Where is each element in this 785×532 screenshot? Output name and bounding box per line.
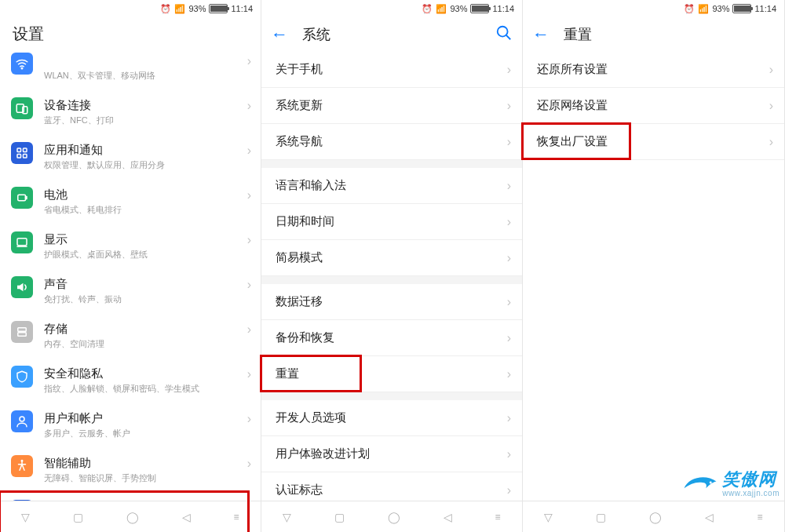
system-row[interactable]: 简易模式› xyxy=(261,240,522,276)
row-title: 存储 xyxy=(44,321,243,337)
status-bar: ⏰ 📶 93% 11:14 xyxy=(0,0,261,17)
row-subtitle: 指纹、人脸解锁、锁屏和密码、学生模式 xyxy=(44,383,243,395)
nav-menu-icon[interactable]: ≡ xyxy=(234,512,239,523)
reset-row[interactable]: 还原所有设置› xyxy=(523,52,784,88)
system-row[interactable]: 系统更新› xyxy=(261,88,522,124)
system-row[interactable]: 日期和时间› xyxy=(261,204,522,240)
row-label: 语言和输入法 xyxy=(276,178,346,193)
system-row[interactable]: 开发人员选项› xyxy=(261,400,522,436)
nav-menu-icon[interactable]: ≡ xyxy=(495,512,501,523)
nav-expand-icon[interactable]: ▽ xyxy=(283,511,291,523)
shark-logo-icon xyxy=(683,471,717,497)
accessibility-icon xyxy=(11,455,33,477)
nav-recent-icon[interactable]: ▢ xyxy=(596,511,606,523)
nav-menu-icon[interactable]: ≡ xyxy=(757,512,762,523)
chevron-right-icon: › xyxy=(247,322,251,337)
user-icon xyxy=(11,410,33,432)
system-row[interactable]: 备份和恢复› xyxy=(261,320,522,356)
battery-percent: 93% xyxy=(450,4,467,13)
apps-icon xyxy=(11,142,33,164)
wifi-icon xyxy=(11,53,33,75)
system-row[interactable]: 语言和输入法› xyxy=(261,168,522,204)
phone-panel-settings: ⏰ 📶 93% 11:14 设置 —WLAN、双卡管理、移动网络›设备连接蓝牙、… xyxy=(0,0,261,532)
settings-row[interactable]: 应用和通知权限管理、默认应用、应用分身› xyxy=(0,134,261,179)
page-title: 重置 xyxy=(564,25,775,44)
back-icon[interactable]: ← xyxy=(271,26,288,43)
watermark-url: www.xajjn.com xyxy=(722,490,780,497)
svg-rect-11 xyxy=(18,328,27,332)
row-label: 认证标志 xyxy=(276,483,323,497)
header-bar: ← 重置 xyxy=(523,17,784,52)
chevron-right-icon: › xyxy=(247,457,251,471)
chevron-right-icon: › xyxy=(507,447,511,461)
settings-row[interactable]: 存储内存、空间清理› xyxy=(0,313,261,358)
settings-row[interactable]: 用户和帐户多用户、云服务、帐户› xyxy=(0,403,261,447)
chevron-right-icon: › xyxy=(507,63,511,77)
nav-expand-icon[interactable]: ▽ xyxy=(21,511,30,523)
signal-icon: 📶 xyxy=(436,5,447,13)
system-row[interactable]: 用户体验改进计划› xyxy=(261,436,522,472)
nav-back-icon[interactable]: ◁ xyxy=(444,511,452,523)
row-title: 电池 xyxy=(44,187,243,202)
chevron-right-icon: › xyxy=(507,483,511,497)
alarm-icon: ⏰ xyxy=(160,5,171,13)
chevron-right-icon: › xyxy=(507,251,511,265)
chevron-right-icon: › xyxy=(507,179,511,193)
row-label: 数据迁移 xyxy=(276,294,323,309)
nav-home-icon[interactable]: ◯ xyxy=(649,511,662,523)
display-icon xyxy=(11,231,33,253)
security-icon xyxy=(11,366,33,388)
device-link-icon xyxy=(11,97,33,119)
chevron-right-icon: › xyxy=(507,367,511,381)
system-row[interactable]: 系统导航› xyxy=(261,124,522,160)
nav-recent-icon[interactable]: ▢ xyxy=(334,511,345,523)
row-label: 还原所有设置 xyxy=(537,62,608,77)
reset-row[interactable]: 还原网络设置› xyxy=(523,88,784,124)
row-subtitle: WLAN、双卡管理、移动网络 xyxy=(44,70,243,82)
row-label: 系统导航 xyxy=(276,134,323,149)
nav-back-icon[interactable]: ◁ xyxy=(705,511,714,523)
battery-icon xyxy=(732,4,751,13)
nav-back-icon[interactable]: ◁ xyxy=(182,511,191,523)
nav-recent-icon[interactable]: ▢ xyxy=(73,511,83,523)
chevron-right-icon: › xyxy=(247,144,251,158)
search-icon[interactable] xyxy=(495,24,513,46)
chevron-right-icon: › xyxy=(507,135,511,149)
chevron-right-icon: › xyxy=(247,278,251,292)
svg-point-0 xyxy=(21,67,23,69)
reset-row[interactable]: 恢复出厂设置› xyxy=(523,124,784,160)
system-row[interactable]: 关于手机› xyxy=(261,52,522,88)
row-subtitle: 无障碍、智能识屏、手势控制 xyxy=(44,472,243,484)
nav-expand-icon[interactable]: ▽ xyxy=(544,511,553,523)
row-label: 用户体验改进计划 xyxy=(276,446,370,461)
nav-home-icon[interactable]: ◯ xyxy=(388,511,400,523)
row-subtitle: 权限管理、默认应用、应用分身 xyxy=(44,159,243,171)
battery-icon xyxy=(470,4,489,13)
svg-rect-6 xyxy=(24,155,27,159)
nav-home-icon[interactable]: ◯ xyxy=(126,511,139,523)
back-icon[interactable]: ← xyxy=(532,26,550,43)
settings-row[interactable]: 声音免打扰、铃声、振动› xyxy=(0,268,261,313)
settings-row[interactable]: 智能辅助无障碍、智能识屏、手势控制› xyxy=(0,447,261,492)
watermark: 笑傲网 www.xajjn.com xyxy=(683,471,780,497)
svg-rect-5 xyxy=(17,155,21,159)
settings-row[interactable]: 显示护眼模式、桌面风格、壁纸› xyxy=(0,224,261,268)
settings-row[interactable]: 安全和隐私指纹、人脸解锁、锁屏和密码、学生模式› xyxy=(0,358,261,403)
chevron-right-icon: › xyxy=(769,135,773,149)
svg-point-17 xyxy=(498,26,508,36)
system-row[interactable]: 数据迁移› xyxy=(261,284,522,320)
alarm-icon: ⏰ xyxy=(422,5,433,13)
settings-row[interactable]: 电池省电模式、耗电排行› xyxy=(0,179,261,224)
header-bar: ← 系统 xyxy=(261,17,522,52)
settings-row[interactable]: —WLAN、双卡管理、移动网络› xyxy=(0,53,261,89)
chevron-right-icon: › xyxy=(769,99,773,113)
system-row[interactable]: 重置› xyxy=(261,356,522,392)
battery-icon xyxy=(209,4,228,13)
row-subtitle: 省电模式、耗电排行 xyxy=(44,204,243,216)
page-title: 系统 xyxy=(302,25,495,44)
status-bar: ⏰ 📶 93% 11:14 xyxy=(261,0,522,17)
row-label: 重置 xyxy=(276,366,299,381)
settings-row[interactable]: 设备连接蓝牙、NFC、打印› xyxy=(0,89,261,134)
phone-panel-reset: ⏰ 📶 93% 11:14 ← 重置 还原所有设置›还原网络设置›恢复出厂设置›… xyxy=(523,0,785,532)
alarm-icon: ⏰ xyxy=(684,5,695,13)
